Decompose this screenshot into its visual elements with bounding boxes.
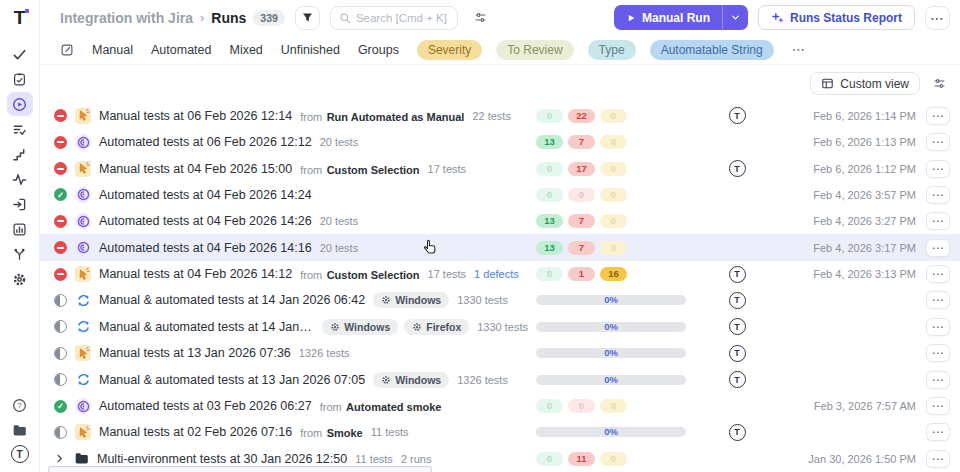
table-row[interactable]: Manual tests at 04 Feb 2026 14:12 from C… <box>40 261 960 287</box>
status-icon <box>54 136 67 149</box>
run-title[interactable]: Multi-environment tests at 30 Jan 2026 1… <box>97 452 347 466</box>
result-cell: 0% <box>536 427 706 437</box>
app-logo[interactable]: T <box>14 8 26 28</box>
run-title[interactable]: Automated tests at 06 Feb 2026 12:12 <box>99 135 312 149</box>
row-menu-button[interactable]: ⋯ <box>926 291 950 309</box>
table-toolbar: Custom view <box>40 65 960 103</box>
run-title[interactable]: Manual & automated tests at 13 Jan 2026 … <box>99 373 365 387</box>
result-cell: 0170 <box>536 162 706 176</box>
run-title[interactable]: Manual & automated tests at 14 Jan 2026 … <box>99 320 314 334</box>
result-cell: 0220 <box>536 109 706 123</box>
manual-run-button[interactable]: Manual Run <box>614 5 748 30</box>
result-count-yellow: 0 <box>600 241 627 255</box>
manual-run-dropdown[interactable] <box>722 5 748 30</box>
table-icon <box>821 77 834 90</box>
status-icon <box>54 294 67 307</box>
row-menu-button[interactable]: ⋯ <box>926 450 950 468</box>
row-menu-button[interactable]: ⋯ <box>926 344 950 362</box>
sidebar-item-branch[interactable] <box>7 242 33 266</box>
sidebar-item-folder[interactable] <box>7 418 33 442</box>
table-row[interactable]: Manual tests at 04 Feb 2026 15:00 from C… <box>40 155 960 181</box>
sidebar-item-chart[interactable] <box>7 217 33 241</box>
row-menu-button[interactable]: ⋯ <box>926 371 950 389</box>
progress-bar: 0% <box>536 295 686 305</box>
table-row[interactable]: Automated tests at 04 Feb 2026 14:26 20 … <box>40 208 960 234</box>
filter-chip-to-review[interactable]: To Review <box>496 40 573 60</box>
filter-button[interactable] <box>295 6 320 30</box>
run-title[interactable]: Manual tests at 13 Jan 2026 07:36 <box>99 346 291 360</box>
run-title[interactable]: Manual & automated tests at 14 Jan 2026 … <box>99 293 365 307</box>
row-menu-button[interactable]: ⋯ <box>926 160 950 178</box>
user-avatar[interactable]: T <box>7 442 33 466</box>
table-row[interactable]: Manual tests at 13 Jan 2026 07:36 1326 t… <box>40 340 960 366</box>
search-box[interactable] <box>330 6 458 30</box>
search-settings-button[interactable] <box>468 6 493 30</box>
sidebar-item-pulse[interactable] <box>7 167 33 191</box>
chevron-right-icon[interactable] <box>54 453 65 464</box>
play-circle-icon <box>12 97 27 112</box>
table-row[interactable]: Manual tests at 02 Feb 2026 07:16 from S… <box>40 419 960 445</box>
run-title[interactable]: Manual tests at 04 Feb 2026 15:00 <box>99 162 292 176</box>
breadcrumb-project[interactable]: Integration with Jira <box>60 10 193 26</box>
filter-tab-automated[interactable]: Automated <box>151 43 211 57</box>
sidebar-item-list-check[interactable] <box>7 117 33 141</box>
table-row[interactable]: Automated tests at 06 Feb 2026 12:12 20 … <box>40 129 960 155</box>
search-input[interactable] <box>356 12 449 24</box>
progress-label: 0% <box>604 375 618 385</box>
row-menu-button[interactable]: ⋯ <box>926 239 950 257</box>
run-date: Feb 4, 2026 3:17 PM <box>768 242 916 254</box>
filters-more-button[interactable]: ⋯ <box>792 42 806 57</box>
runs-status-report-button[interactable]: Runs Status Report <box>758 5 915 30</box>
row-menu-button[interactable]: ⋯ <box>926 133 950 151</box>
row-menu-button[interactable]: ⋯ <box>926 318 950 336</box>
defects-link[interactable]: 1 defects <box>474 268 519 280</box>
sidebar-item-play-circle[interactable] <box>7 92 33 116</box>
row-menu-button[interactable]: ⋯ <box>926 265 950 283</box>
row-menu-button[interactable]: ⋯ <box>926 423 950 441</box>
table-row[interactable]: Manual & automated tests at 14 Jan 2026 … <box>40 287 960 313</box>
table-row[interactable]: Manual & automated tests at 14 Jan 2026 … <box>40 314 960 340</box>
table-row[interactable]: Manual & automated tests at 13 Jan 2026 … <box>40 366 960 392</box>
sidebar-item-check[interactable] <box>7 42 33 66</box>
assignee-avatar: T <box>729 107 746 124</box>
result-cell: 0110 <box>536 452 706 466</box>
filter-bar: ManualAutomatedMixedUnfinishedGroups Sev… <box>40 36 960 65</box>
sidebar-item-steps[interactable] <box>7 142 33 166</box>
custom-view-label: Custom view <box>840 77 909 91</box>
tests-count: 1330 tests <box>477 321 528 333</box>
custom-view-button[interactable]: Custom view <box>810 72 920 95</box>
sidebar-item-gear[interactable] <box>7 267 33 291</box>
filter-tab-groups[interactable]: Groups <box>358 43 399 57</box>
header-more-button[interactable]: ⋯ <box>925 6 950 30</box>
table-row[interactable]: Automated tests at 04 Feb 2026 14:16 20 … <box>40 234 960 260</box>
filter-chip-type[interactable]: Type <box>588 40 636 60</box>
row-menu-button[interactable]: ⋯ <box>926 186 950 204</box>
sidebar-item-import[interactable] <box>7 192 33 216</box>
table-row[interactable]: Automated tests at 03 Feb 2026 06:27 fro… <box>40 393 960 419</box>
filter-tab-unfinished[interactable]: Unfinished <box>281 43 340 57</box>
gear-icon <box>12 272 27 287</box>
run-title[interactable]: Automated tests at 04 Feb 2026 14:26 <box>99 214 312 228</box>
run-title[interactable]: Manual tests at 06 Feb 2026 12:14 <box>99 109 292 123</box>
row-menu-button[interactable]: ⋯ <box>926 107 950 125</box>
filter-tab-mixed[interactable]: Mixed <box>229 43 262 57</box>
filter-chip-severity[interactable]: Severity <box>417 40 482 60</box>
view-settings-button[interactable] <box>930 72 948 96</box>
run-title[interactable]: Automated tests at 04 Feb 2026 14:16 <box>99 241 312 255</box>
row-menu-button[interactable]: ⋯ <box>926 212 950 230</box>
bulk-edit-icon[interactable] <box>60 43 74 57</box>
filter-chip-automatable-string[interactable]: Automatable String <box>650 40 774 60</box>
sidebar-item-help[interactable]: ? <box>7 393 33 417</box>
filter-tab-manual[interactable]: Manual <box>92 43 133 57</box>
horizontal-scrollbar[interactable] <box>48 466 432 472</box>
table-row[interactable]: Manual tests at 06 Feb 2026 12:14 from R… <box>40 103 960 129</box>
run-title[interactable]: Manual tests at 02 Feb 2026 07:16 <box>99 425 292 439</box>
run-title[interactable]: Manual tests at 04 Feb 2026 14:12 <box>99 267 292 281</box>
run-title[interactable]: Automated tests at 03 Feb 2026 06:27 <box>99 399 312 413</box>
row-menu-button[interactable]: ⋯ <box>926 397 950 415</box>
run-title[interactable]: Automated tests at 04 Feb 2026 14:24 <box>99 188 312 202</box>
sidebar-item-clipboard[interactable] <box>7 67 33 91</box>
check-icon <box>12 47 27 62</box>
sliders-icon <box>474 11 487 24</box>
table-row[interactable]: Automated tests at 04 Feb 2026 14:24 000… <box>40 182 960 208</box>
